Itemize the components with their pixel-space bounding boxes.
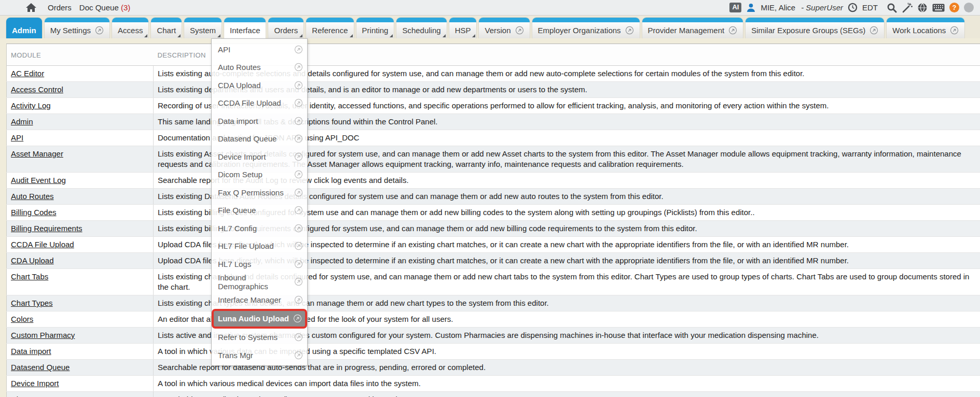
tab-admin[interactable]: Admin [6, 18, 42, 38]
module-link-activity-log[interactable]: Activity Log [11, 101, 51, 110]
menu-item-label: Datasend Queue [218, 134, 277, 143]
interface-dropdown-menu: APIAuto RoutesCDA UploadCCDA File Upload… [211, 38, 308, 366]
table-row: Chart TabsLists existing chart tabs and … [7, 269, 980, 295]
menu-item-hl7-logs[interactable]: HL7 Logs [212, 255, 307, 273]
module-link-api[interactable]: API [11, 133, 23, 142]
tab-label: System [190, 26, 216, 35]
menu-item-hl7-file-upload[interactable]: HL7 File Upload [212, 237, 307, 256]
table-row: Auto RoutesLists existing Datasend Auto … [7, 189, 980, 205]
search-icon[interactable] [887, 3, 897, 13]
table-row: Billing RequirementsLists existing billi… [7, 221, 980, 237]
menu-item-dicom-setup[interactable]: Dicom Setup [212, 166, 307, 184]
home-icon[interactable] [25, 3, 37, 13]
module-link-billing-requirements[interactable]: Billing Requirements [11, 224, 82, 233]
popout-icon [294, 81, 303, 90]
menu-item-refer-to-systems[interactable]: Refer to Systems [212, 329, 307, 347]
tab-access[interactable]: Access [112, 18, 148, 38]
module-link-datasend-queue[interactable]: Datasend Queue [11, 363, 70, 372]
magic-wand-icon[interactable] [902, 3, 913, 13]
menu-item-label: HL7 Config [218, 224, 257, 233]
hamburger-menu-icon[interactable] [6, 3, 18, 12]
tab-chart[interactable]: Chart [151, 18, 182, 38]
module-link-chart-tabs[interactable]: Chart Tabs [11, 272, 48, 281]
module-link-audit-event-log[interactable]: Audit Event Log [11, 176, 66, 185]
table-row: Asset ManagerLists existing Asset charts… [7, 146, 980, 173]
table-row: CCDA File UploadUpload CDA files here di… [7, 237, 980, 253]
doc-queue-count: (3) [121, 3, 130, 12]
module-link-billing-codes[interactable]: Billing Codes [11, 208, 57, 217]
menu-item-hl7-config[interactable]: HL7 Config [212, 219, 307, 237]
popout-icon [294, 45, 303, 54]
menu-item-cda-upload[interactable]: CDA Upload [212, 76, 307, 94]
module-cell: Billing Requirements [7, 221, 154, 237]
popout-icon [293, 314, 302, 323]
breadcrumb-doc-queue[interactable]: Doc Queue (3) [79, 3, 130, 12]
module-description: Searchable report (basic & advanced) to … [154, 392, 980, 397]
tab-scheduling[interactable]: Scheduling [396, 18, 446, 38]
module-link-asset-manager[interactable]: Asset Manager [11, 149, 63, 158]
caret-down-icon [177, 34, 181, 37]
module-link-auto-routes[interactable]: Auto Routes [11, 192, 54, 201]
keyboard-icon[interactable] [932, 4, 945, 12]
module-link-ccda-file-upload[interactable]: CCDA File Upload [11, 240, 74, 249]
table-header-row: MODULE DESCRIPTION [7, 44, 980, 66]
module-description: A tool in which various medical devices … [154, 376, 980, 392]
module-link-chart-types[interactable]: Chart Types [11, 299, 53, 307]
help-icon[interactable]: ? [949, 3, 959, 12]
breadcrumb-orders[interactable]: Orders [48, 3, 72, 12]
menu-item-luna-audio-upload[interactable]: Luna Audio Upload [212, 309, 307, 329]
globe-icon[interactable] [917, 3, 928, 13]
tab-my-settings[interactable]: My Settings [45, 18, 109, 38]
module-cell: Datasend Queue [7, 360, 154, 376]
tab-employer-organizations[interactable]: Employer Organizations [532, 18, 640, 38]
tab-reference[interactable]: Reference [306, 18, 353, 38]
tab-printing[interactable]: Printing [356, 18, 394, 38]
module-link-dicom-setup[interactable]: Dicom Setup [11, 395, 56, 397]
module-link-admin[interactable]: Admin [11, 117, 33, 126]
module-link-ac-editor[interactable]: AC Editor [11, 69, 44, 78]
module-link-device-import[interactable]: Device Import [11, 379, 59, 388]
menu-item-device-import[interactable]: Device Import [212, 148, 307, 166]
tab-orders[interactable]: Orders [268, 18, 303, 38]
popout-icon [294, 98, 303, 107]
menu-item-datasend-queue[interactable]: Datasend Queue [212, 130, 307, 148]
module-cell: Access Control [7, 82, 154, 98]
tab-label: Orders [274, 26, 298, 35]
menu-item-fax-q-permissions[interactable]: Fax Q Permissions [212, 183, 307, 202]
module-cell: Billing Codes [7, 205, 154, 221]
avatar[interactable] [964, 3, 974, 12]
module-link-data-import[interactable]: Data import [11, 347, 51, 356]
clock-icon[interactable] [848, 3, 858, 12]
menu-item-ccda-file-upload[interactable]: CCDA File Upload [212, 94, 307, 112]
menu-item-trans-mgr[interactable]: Trans Mgr [212, 346, 307, 364]
tab-version[interactable]: Version [479, 18, 529, 38]
module-link-custom-pharmacy[interactable]: Custom Pharmacy [11, 331, 75, 339]
menu-item-data-import[interactable]: Data import [212, 112, 307, 130]
menu-item-api[interactable]: API [212, 40, 307, 59]
tab-interface[interactable]: Interface [224, 18, 266, 38]
ai-badge[interactable]: AI [729, 3, 741, 12]
module-cell: Chart Types [7, 295, 154, 311]
table-row: Chart TypesLists existing chart types an… [7, 295, 980, 311]
menu-item-interface-manager[interactable]: Interface Manager [212, 291, 307, 309]
popout-icon [950, 26, 959, 35]
module-link-colors[interactable]: Colors [11, 315, 33, 323]
popout-icon [728, 26, 737, 35]
tab-provider-management[interactable]: Provider Management [642, 18, 743, 38]
tab-work-locations[interactable]: Work Locations [887, 18, 964, 38]
menu-item-inbound-demographics[interactable]: Inbound Demographics [212, 273, 307, 291]
tab-system[interactable]: System [184, 18, 222, 38]
menu-item-file-queue[interactable]: File Queue [212, 202, 307, 220]
menu-item-auto-routes[interactable]: Auto Routes [212, 59, 307, 77]
module-link-access-control[interactable]: Access Control [11, 85, 63, 94]
menu-item-label: HL7 File Upload [218, 242, 274, 250]
module-cell: Custom Pharmacy [7, 328, 154, 344]
module-link-cda-upload[interactable]: CDA Upload [11, 256, 54, 265]
user-icon[interactable] [746, 3, 756, 12]
module-cell: CDA Upload [7, 253, 154, 269]
table-row: Data importA tool in which various data … [7, 344, 980, 360]
menu-item-label: Fax Q Permissions [218, 188, 284, 197]
tab-similar-exposure-groups-segs[interactable]: Similar Exposure Groups (SEGs) [746, 18, 884, 38]
tab-hsp[interactable]: HSP [449, 18, 477, 38]
table-row: Datasend QueueSearchable report for data… [7, 360, 980, 376]
